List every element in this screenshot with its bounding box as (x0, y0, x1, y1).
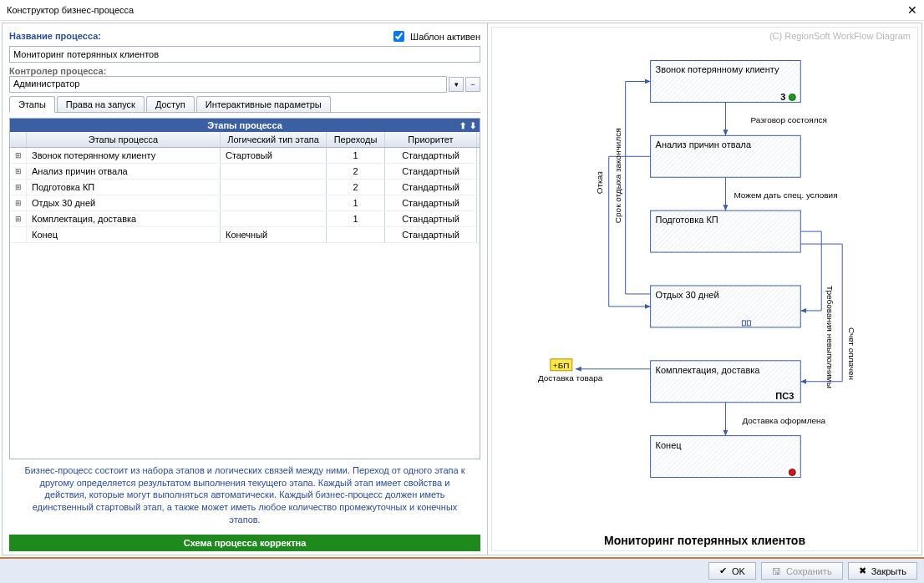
grid-move-up-icon[interactable]: ⬆ (459, 121, 466, 130)
svg-text:Отдых 30 дней: Отдых 30 дней (656, 290, 719, 300)
cell-type (221, 164, 327, 179)
svg-text:Требования невыполнимы: Требования невыполнимы (825, 286, 835, 388)
cell-name: Анализ причин отвала (27, 164, 221, 179)
node-delivery[interactable]: Комплектация, доставка ПС3 (651, 361, 801, 403)
node-rest-30[interactable]: Отдых 30 дней (651, 286, 801, 327)
close-button[interactable]: ✖ Закрыть (848, 562, 917, 580)
svg-point-18 (789, 469, 795, 476)
cell-priority: Стандартный (385, 211, 477, 226)
svg-text:ПС3: ПС3 (775, 391, 794, 401)
grid-title: Этапы процесса (207, 120, 282, 130)
status-bar: Схема процесса корректна (9, 535, 480, 551)
controller-select-display[interactable]: Администратор (9, 76, 447, 93)
node-prepare-offer[interactable]: Подготовка КП (651, 210, 801, 252)
cell-name: Подготовка КП (27, 180, 221, 195)
cell-transitions: 1 (327, 195, 385, 210)
cell-type: Стартовый (221, 148, 327, 163)
cell-priority: Стандартный (385, 195, 477, 210)
cell-priority: Стандартный (385, 180, 477, 195)
svg-text:Звонок потерянному клиенту: Звонок потерянному клиенту (656, 64, 779, 74)
svg-text:+БП: +БП (553, 361, 570, 370)
grid-title-bar: Этапы процесса ⬆ ⬇ (10, 119, 480, 132)
hint-text: Бизнес-процесс состоит из набора этапов … (9, 459, 480, 531)
template-active-checkbox[interactable]: Шаблон активен (390, 28, 480, 44)
cell-priority: Стандартный (385, 164, 477, 179)
svg-text:Разговор состоялся: Разговор состоялся (750, 115, 827, 124)
tab-interactive-params[interactable]: Интерактивные параметры (196, 96, 331, 112)
cell-transitions: 1 (327, 211, 385, 226)
expand-icon[interactable]: ⊞ (10, 195, 27, 210)
controller-label: Контролер процесса: (9, 66, 480, 76)
svg-text:Конец: Конец (656, 440, 683, 450)
svg-text:Отказ: Отказ (595, 171, 604, 194)
process-name-label: Название процесса: (9, 31, 101, 41)
save-icon: 🖫 (772, 566, 781, 576)
cell-transitions: 2 (327, 180, 385, 195)
close-icon[interactable]: ✕ (907, 3, 917, 17)
expand-icon[interactable] (10, 227, 27, 242)
cancel-icon: ✖ (859, 565, 866, 576)
template-active-label: Шаблон активен (410, 32, 480, 42)
cell-type: Конечный (221, 227, 327, 242)
cell-priority: Стандартный (385, 148, 477, 163)
tab-access[interactable]: Доступ (146, 96, 195, 112)
tab-launch-rights[interactable]: Права на запуск (57, 96, 145, 112)
tab-stages[interactable]: Этапы (9, 96, 55, 113)
svg-text:Срок отдыха закончился: Срок отдыха закончился (613, 128, 622, 223)
cell-name: Комплектация, доставка (27, 211, 221, 226)
workflow-diagram: Звонок потерянному клиенту 3 Анализ прич… (492, 28, 917, 527)
controller-dropdown-button[interactable]: ▾ (449, 77, 464, 92)
node-analysis[interactable]: Анализ причин отвала (651, 135, 801, 177)
cell-type (221, 180, 327, 195)
cell-name: Конец (27, 227, 221, 242)
table-row[interactable]: ⊞Звонок потерянному клиентуСтартовый1Ста… (10, 148, 480, 164)
svg-text:Подготовка КП: Подготовка КП (656, 215, 718, 225)
cell-transitions: 1 (327, 148, 385, 163)
svg-text:Анализ причин отвала: Анализ причин отвала (656, 139, 752, 150)
grid-expand-column (10, 132, 27, 147)
svg-rect-12 (747, 321, 750, 326)
svg-text:Доставка оформлена: Доставка оформлена (742, 416, 825, 425)
svg-text:3: 3 (780, 92, 785, 102)
table-row[interactable]: ⊞Отдых 30 дней1Стандартный (10, 195, 480, 211)
node-end[interactable]: Конец (651, 436, 801, 478)
cell-type (221, 195, 327, 210)
svg-text:Счет оплачен: Счет оплачен (847, 327, 856, 380)
template-active-input[interactable] (393, 31, 404, 42)
cell-type (221, 211, 327, 226)
expand-icon[interactable]: ⊞ (10, 148, 27, 163)
cell-name: Отдых 30 дней (27, 195, 221, 210)
cell-transitions: 2 (327, 164, 385, 179)
controller-clear-button[interactable]: − (465, 77, 480, 92)
table-row[interactable]: ⊞Комплектация, доставка1Стандартный (10, 211, 480, 227)
expand-icon[interactable]: ⊞ (10, 164, 27, 179)
svg-text:Комплектация, доставка: Комплектация, доставка (656, 365, 761, 375)
diagram-title: Мониторинг потерянных клиентов (492, 529, 917, 552)
grid-col-transitions[interactable]: Переходы (327, 132, 385, 147)
process-name-input[interactable] (9, 46, 480, 63)
table-row[interactable]: ⊞Подготовка КП2Стандартный (10, 180, 480, 195)
grid-col-type[interactable]: Логический тип этапа (221, 132, 327, 147)
grid-col-priority[interactable]: Приоритет (385, 132, 477, 147)
cell-name: Звонок потерянному клиенту (27, 148, 221, 163)
svg-text:Можем дать спец. условия: Можем дать спец. условия (734, 190, 837, 200)
grid-col-name[interactable]: Этапы процесса (27, 132, 221, 147)
svg-text:Доставка товара: Доставка товара (538, 373, 603, 383)
expand-icon[interactable]: ⊞ (10, 211, 27, 226)
table-row[interactable]: ⊞Анализ причин отвала2Стандартный (10, 164, 480, 180)
check-icon: ✔ (719, 565, 727, 576)
table-row[interactable]: КонецКонечныйСтандартный (10, 227, 480, 243)
ok-button[interactable]: ✔ OK (708, 562, 756, 580)
cell-transitions (327, 227, 385, 242)
grid-move-down-icon[interactable]: ⬇ (470, 121, 476, 130)
svg-point-3 (789, 94, 795, 100)
expand-icon[interactable]: ⊞ (10, 180, 27, 195)
window-title: Конструктор бизнес-процесса (7, 5, 134, 15)
svg-rect-11 (742, 321, 745, 326)
node-call-lost-client[interactable]: Звонок потерянному клиенту 3 (651, 61, 801, 103)
diagram-copyright: (C) RegionSoft WorkFlow Diagram (769, 31, 911, 41)
save-button[interactable]: 🖫 Сохранить (761, 562, 843, 580)
cell-priority: Стандартный (385, 227, 477, 242)
